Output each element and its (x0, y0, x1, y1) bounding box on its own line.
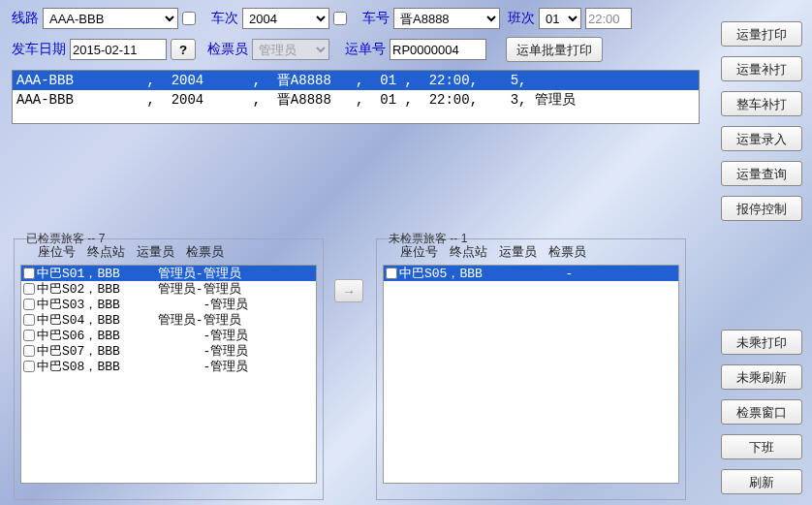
right-button-panel: 运量打印运量补打整车补打运量录入运量查询报停控制 (721, 21, 802, 221)
depart-label: 发车日期 (12, 41, 66, 58)
vehno-select[interactable]: 晋A8888 (393, 8, 500, 29)
inspector-select: 管理员 (252, 39, 329, 60)
list-item[interactable]: 中巴S03，BBB -管理员 (21, 297, 316, 312)
row-checkbox[interactable] (23, 314, 35, 326)
time-field (585, 8, 632, 29)
action-button[interactable]: 未乘刷新 (721, 364, 802, 390)
list-item[interactable]: 中巴S06，BBB -管理员 (21, 328, 316, 343)
inspector-label: 检票员 (207, 41, 248, 58)
row-checkbox[interactable] (23, 283, 35, 295)
vehno-label: 车号 (362, 10, 390, 27)
trip-row[interactable]: AAA-BBB , 2004 , 晋A8888 , 01 , 22:00, 3,… (13, 90, 699, 110)
row-checkbox[interactable] (23, 299, 35, 310)
route-checkbox[interactable] (182, 12, 196, 25)
list-item[interactable]: 中巴S02，BBB 管理员-管理员 (21, 281, 316, 297)
action-button[interactable]: 检票窗口 (721, 399, 802, 425)
trip-label: 车次 (211, 10, 238, 27)
route-select[interactable]: AAA-BBB (43, 8, 178, 29)
list-item[interactable]: 中巴S07，BBB -管理员 (21, 343, 316, 359)
shift-label: 班次 (508, 10, 535, 27)
move-right-button[interactable]: → (334, 279, 363, 302)
checked-list[interactable]: 中巴S01，BBB 管理员-管理员中巴S02，BBB 管理员-管理员中巴S03，… (20, 265, 317, 484)
route-label: 线路 (12, 10, 39, 27)
unchecked-list[interactable]: 中巴S05，BBB - (383, 265, 679, 484)
unchecked-group: 未检票旅客 -- 1 座位号 终点站 运量员 检票员 中巴S05，BBB - (376, 238, 686, 500)
unchecked-group-title: 未检票旅客 -- 1 (385, 231, 471, 247)
batch-print-button[interactable]: 运单批量打印 (506, 37, 603, 62)
action-button[interactable]: 未乘打印 (721, 330, 802, 355)
list-item[interactable]: 中巴S08，BBB -管理员 (21, 359, 316, 374)
row-checkbox[interactable] (23, 330, 35, 341)
trip-checkbox[interactable] (333, 12, 347, 25)
action-button[interactable]: 报停控制 (721, 196, 802, 221)
row-checkbox[interactable] (23, 361, 35, 372)
waybill-field[interactable] (390, 39, 486, 60)
action-button[interactable]: 整车补打 (721, 91, 802, 116)
row-checkbox[interactable] (23, 268, 35, 279)
list-item[interactable]: 中巴S01，BBB 管理员-管理员 (21, 266, 316, 281)
bottom-button-panel: 未乘打印未乘刷新检票窗口下班刷新 (721, 330, 802, 494)
action-button[interactable]: 刷新 (721, 469, 802, 494)
checked-group-title: 已检票旅客 -- 7 (22, 231, 109, 247)
date-help-button[interactable]: ? (171, 39, 196, 60)
trip-row[interactable]: AAA-BBB , 2004 , 晋A8888 , 01 , 22:00, 5, (13, 71, 699, 90)
trip-list[interactable]: AAA-BBB , 2004 , 晋A8888 , 01 , 22:00, 5,… (12, 70, 700, 124)
list-item[interactable]: 中巴S05，BBB - (384, 266, 678, 281)
trip-select[interactable]: 2004 (242, 8, 329, 29)
action-button[interactable]: 下班 (721, 434, 802, 459)
row-checkbox[interactable] (23, 345, 35, 357)
action-button[interactable]: 运量查询 (721, 161, 802, 186)
checked-group: 已检票旅客 -- 7 座位号 终点站 运量员 检票员 中巴S01，BBB 管理员… (14, 238, 324, 500)
depart-date-field[interactable] (70, 39, 167, 60)
action-button[interactable]: 运量打印 (721, 21, 802, 47)
shift-select[interactable]: 01 (539, 8, 581, 29)
action-button[interactable]: 运量录入 (721, 126, 802, 151)
list-item[interactable]: 中巴S04，BBB 管理员-管理员 (21, 312, 316, 328)
action-button[interactable]: 运量补打 (721, 56, 802, 81)
row-checkbox[interactable] (386, 268, 397, 279)
waybill-label: 运单号 (345, 41, 386, 58)
